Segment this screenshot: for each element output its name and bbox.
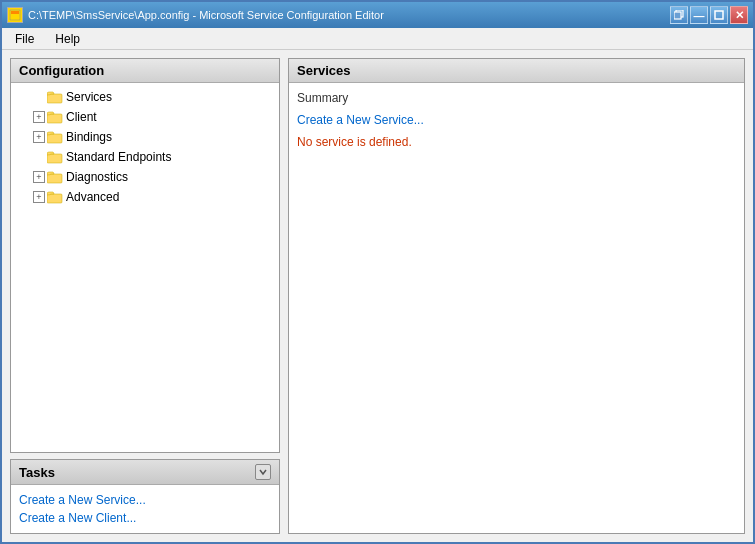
advanced-label: Advanced bbox=[66, 190, 119, 204]
menu-bar: File Help bbox=[2, 28, 753, 50]
create-client-task-link[interactable]: Create a New Client... bbox=[19, 509, 271, 527]
tasks-panel: Tasks Create a New Service... Create a N… bbox=[10, 459, 280, 534]
svg-rect-9 bbox=[47, 174, 62, 183]
title-bar-left: C:\TEMP\SmsService\App.config - Microsof… bbox=[7, 7, 384, 23]
window-title: C:\TEMP\SmsService\App.config - Microsof… bbox=[28, 9, 384, 21]
right-panel: Services Summary Create a New Service...… bbox=[288, 58, 745, 534]
svg-rect-8 bbox=[47, 154, 62, 163]
title-bar: C:\TEMP\SmsService\App.config - Microsof… bbox=[2, 2, 753, 28]
client-label: Client bbox=[66, 110, 97, 124]
standard-endpoints-label: Standard Endpoints bbox=[66, 150, 171, 164]
standard-endpoints-expand bbox=[31, 149, 47, 165]
svg-rect-10 bbox=[47, 194, 62, 203]
tasks-title: Tasks bbox=[19, 465, 55, 480]
tree-item-client[interactable]: Client bbox=[11, 107, 279, 127]
svg-rect-1 bbox=[11, 11, 19, 14]
advanced-expand[interactable] bbox=[31, 189, 47, 205]
main-content: Configuration Services bbox=[2, 50, 753, 542]
bindings-expand[interactable] bbox=[31, 129, 47, 145]
close-button[interactable]: ✕ bbox=[730, 6, 748, 24]
advanced-folder-icon bbox=[47, 190, 63, 204]
client-expand[interactable] bbox=[31, 109, 47, 125]
diagnostics-label: Diagnostics bbox=[66, 170, 128, 184]
bindings-folder-icon bbox=[47, 130, 63, 144]
main-window: C:\TEMP\SmsService\App.config - Microsof… bbox=[0, 0, 755, 544]
diagnostics-expand[interactable] bbox=[31, 169, 47, 185]
create-service-link[interactable]: Create a New Service... bbox=[297, 113, 736, 127]
create-service-task-link[interactable]: Create a New Service... bbox=[19, 491, 271, 509]
svg-rect-6 bbox=[47, 114, 62, 123]
tree-item-services[interactable]: Services bbox=[11, 87, 279, 107]
minimize-button[interactable]: — bbox=[690, 6, 708, 24]
menu-help[interactable]: Help bbox=[47, 30, 88, 48]
tree-item-advanced[interactable]: Advanced bbox=[11, 187, 279, 207]
tasks-collapse-icon[interactable] bbox=[255, 464, 271, 480]
services-label: Services bbox=[66, 90, 112, 104]
tree-item-bindings[interactable]: Bindings bbox=[11, 127, 279, 147]
svg-rect-7 bbox=[47, 134, 62, 143]
left-panel: Configuration Services bbox=[10, 58, 280, 534]
services-expand bbox=[31, 89, 47, 105]
diagnostics-folder-icon bbox=[47, 170, 63, 184]
tasks-header: Tasks bbox=[11, 460, 279, 485]
services-folder-icon bbox=[47, 90, 63, 104]
services-content: Summary Create a New Service... No servi… bbox=[289, 83, 744, 533]
svg-rect-5 bbox=[47, 94, 62, 103]
configuration-panel: Configuration Services bbox=[10, 58, 280, 453]
standard-endpoints-folder-icon bbox=[47, 150, 63, 164]
svg-rect-4 bbox=[715, 11, 723, 19]
no-service-text: No service is defined. bbox=[297, 135, 736, 149]
bindings-label: Bindings bbox=[66, 130, 112, 144]
tree-content: Services Client bbox=[11, 83, 279, 211]
tree-item-diagnostics[interactable]: Diagnostics bbox=[11, 167, 279, 187]
app-icon bbox=[7, 7, 23, 23]
services-header: Services bbox=[289, 59, 744, 83]
restore-button[interactable] bbox=[670, 6, 688, 24]
maximize-button[interactable] bbox=[710, 6, 728, 24]
title-bar-buttons: — ✕ bbox=[670, 6, 748, 24]
menu-file[interactable]: File bbox=[7, 30, 42, 48]
tree-item-standard-endpoints[interactable]: Standard Endpoints bbox=[11, 147, 279, 167]
summary-label: Summary bbox=[297, 91, 736, 105]
configuration-header: Configuration bbox=[11, 59, 279, 83]
client-folder-icon bbox=[47, 110, 63, 124]
tasks-content: Create a New Service... Create a New Cli… bbox=[11, 485, 279, 533]
svg-rect-3 bbox=[674, 12, 681, 19]
